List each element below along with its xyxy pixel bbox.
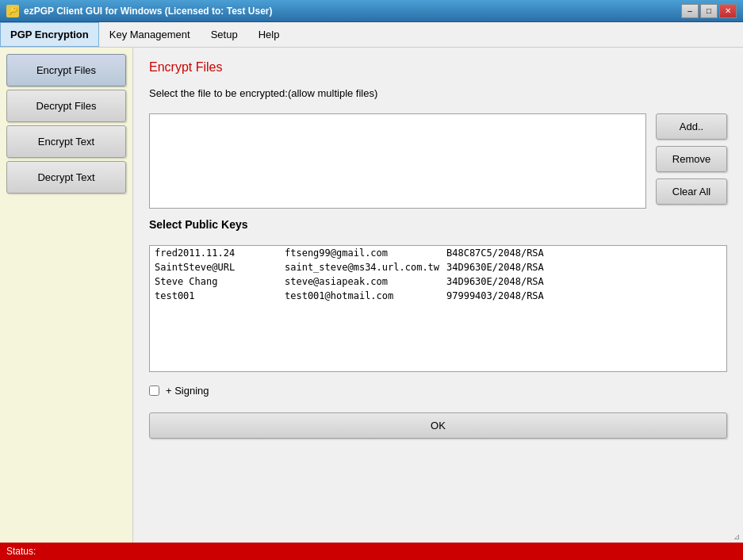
remove-button[interactable]: Remove xyxy=(656,146,727,172)
key-list-item[interactable]: fred2011.11.24ftseng99@gmail.comB48C87C5… xyxy=(150,246,726,260)
file-list-box[interactable] xyxy=(149,113,646,209)
title-bar-controls: – □ ✕ xyxy=(681,4,737,18)
main-window: PGP Encryption Key Management Setup Help… xyxy=(0,22,743,560)
title-bar-left: 🔑 ezPGP Client GUI for Windows (Licensed… xyxy=(6,5,273,17)
action-buttons: Add.. Remove Clear All xyxy=(656,113,727,205)
maximize-button[interactable]: □ xyxy=(700,4,718,18)
sidebar-btn-decrypt-files[interactable]: Decrypt Files xyxy=(6,90,126,122)
file-select-label: Select the file to be encrypted:(allow m… xyxy=(149,87,727,99)
menu-item-help[interactable]: Help xyxy=(248,22,290,47)
menu-item-setup[interactable]: Setup xyxy=(201,22,248,47)
close-button[interactable]: ✕ xyxy=(719,4,737,18)
key-list-item[interactable]: test001test001@hotmail.com97999403/2048/… xyxy=(150,289,726,303)
status-bar: Status: xyxy=(0,543,743,560)
menu-item-key-management[interactable]: Key Management xyxy=(99,22,201,47)
add-button[interactable]: Add.. xyxy=(656,113,727,140)
title-bar: 🔑 ezPGP Client GUI for Windows (Licensed… xyxy=(0,0,743,22)
public-keys-label: Select Public Keys xyxy=(149,218,727,231)
clear-all-button[interactable]: Clear All xyxy=(656,178,727,205)
app-icon: 🔑 xyxy=(6,5,19,17)
menu-item-pgp-encryption[interactable]: PGP Encryption xyxy=(0,22,99,47)
resize-corner[interactable]: ⊿ xyxy=(730,530,743,543)
sidebar-btn-decrypt-text[interactable]: Decrypt Text xyxy=(6,161,126,194)
signing-checkbox[interactable] xyxy=(149,385,159,396)
menu-bar: PGP Encryption Key Management Setup Help xyxy=(0,22,743,48)
files-area-row: Add.. Remove Clear All xyxy=(149,113,727,209)
ok-button[interactable]: OK xyxy=(149,412,727,439)
title-bar-text: ezPGP Client GUI for Windows (Licensed t… xyxy=(24,6,273,17)
sidebar-btn-encrypt-files[interactable]: Encrypt Files xyxy=(6,54,126,86)
keys-list-box[interactable]: fred2011.11.24ftseng99@gmail.comB48C87C5… xyxy=(149,245,727,372)
section-title: Encrypt Files xyxy=(149,60,727,75)
content-area: Encrypt Files Decrypt Files Encrypt Text… xyxy=(0,48,743,560)
signing-label: + Signing xyxy=(166,385,209,397)
main-content-panel: Encrypt Files Select the file to be encr… xyxy=(133,48,743,560)
status-label: Status: xyxy=(6,546,36,557)
sidebar-btn-encrypt-text[interactable]: Encrypt Text xyxy=(6,125,126,158)
minimize-button[interactable]: – xyxy=(681,4,699,18)
key-list-item[interactable]: Steve Changsteve@asiapeak.com34D9630E/20… xyxy=(150,274,726,289)
signing-row: + Signing xyxy=(149,385,727,397)
sidebar: Encrypt Files Decrypt Files Encrypt Text… xyxy=(0,48,133,560)
key-list-item[interactable]: SaintSteve@URLsaint_steve@ms34.url.com.t… xyxy=(150,260,726,274)
